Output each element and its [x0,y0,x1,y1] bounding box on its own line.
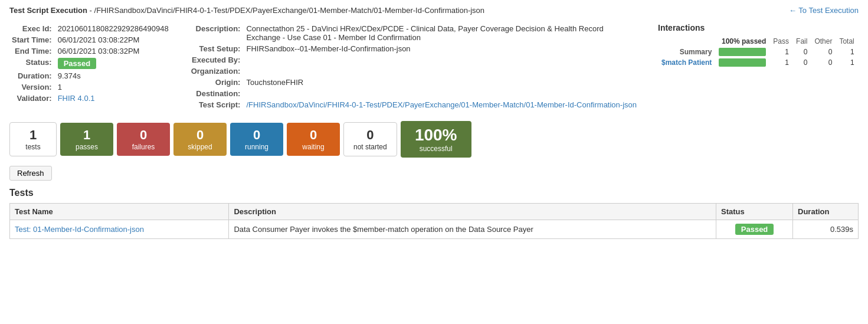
stats-row: 1 tests 1 passes 0 failures 0 skipped 0 … [9,121,859,158]
interactions-row-fail: 0 [792,57,811,68]
validator-link[interactable]: FHIR 4.0.1 [58,94,95,103]
end-time-label: End Time: [9,45,55,57]
progress-bar-inner [719,48,766,56]
executed-by-label: Executed By: [189,54,244,66]
interactions-row-label: Summary [658,47,715,57]
stat-passes-num: 1 [70,127,104,143]
test-script-link[interactable]: /FHIRSandbox/DaVinci/FHIR4-0-1-Test/PDEX… [246,100,637,109]
page-title: Test Script Execution - /FHIRSandbox/DaV… [9,6,484,15]
title-subtitle: - /FHIRSandbox/DaVinci/FHIR4-0-1-Test/PD… [87,6,484,15]
tests-col-duration: Duration [793,204,859,220]
page-header: Test Script Execution - /FHIRSandbox/DaV… [9,6,859,15]
title-main: Test Script Execution [9,6,87,15]
destination-label: Destination: [189,88,244,99]
refresh-button[interactable]: Refresh [9,166,52,181]
tests-section-title: Tests [9,188,859,198]
tests-col-name: Test Name [10,204,229,220]
tests-col-description: Description [229,204,716,220]
col-fail-header: Fail [792,36,811,47]
tests-col-status: Status [716,204,793,220]
test-script-label: Test Script: [189,99,244,110]
test-duration-cell: 0.539s [793,220,859,239]
stat-not-started: 0 not started [343,122,397,156]
col-label-header [658,36,715,47]
stat-tests-label: tests [19,143,47,151]
stat-passes: 1 passes [60,123,113,156]
interactions-row-other: 0 [811,57,836,68]
stat-running: 0 running [230,123,283,156]
col-passed-header: 100% passed [715,36,769,47]
organization-label: Organization: [189,66,244,77]
stat-waiting-label: waiting [296,143,330,151]
interactions-row-other: 0 [811,47,836,57]
info-section: Exec Id: 20210601180822929286490948 Star… [9,23,859,110]
duration-label: Duration: [9,70,55,81]
exec-id-label: Exec Id: [9,23,55,34]
stat-skipped-label: skipped [183,143,217,151]
start-time-label: Start Time: [9,34,55,45]
progress-bar-inner [719,58,766,67]
stat-passes-label: passes [70,143,104,151]
stat-not-started-num: 0 [353,127,387,143]
stat-running-num: 0 [240,127,274,143]
interactions-row-pass: 1 [769,47,792,57]
duration-value: 9.374s [55,70,171,81]
destination-value [244,88,640,99]
stat-successful-num: 100% [410,126,462,145]
interactions-row-label[interactable]: $match Patient [658,57,715,68]
test-description-cell: Data Consumer Payer invokes the $member-… [229,220,716,239]
interactions-row-total: 1 [836,57,857,68]
test-script-value: /FHIRSandbox/DaVinci/FHIR4-0-1-Test/PDEX… [244,99,640,110]
exec-info: Exec Id: 20210601180822929286490948 Star… [9,23,171,110]
description-value: Connectathon 25 - DaVinci HRex/CDex/PCDE… [244,23,640,43]
exec-id-value: 20210601180822929286490948 [55,23,171,34]
stat-failures: 0 failures [117,123,170,156]
status-badge: Passed [58,58,97,69]
test-setup-label: Test Setup: [189,43,244,54]
validator-value: FHIR 4.0.1 [55,93,171,104]
interactions-title: Interactions [658,23,859,32]
end-time-value: 06/01/2021 03:08:32PM [55,45,171,57]
interactions-row: $match Patient1001 [658,57,858,68]
version-label: Version: [9,81,55,93]
interactions-row: Summary1001 [658,47,858,57]
test-name-link[interactable]: Test: 01-Member-Id-Confirmation-json [15,225,144,234]
start-time-value: 06/01/2021 03:08:22PM [55,34,171,45]
test-name-cell: Test: 01-Member-Id-Confirmation-json [10,220,229,239]
interactions-row-pass: 1 [769,57,792,68]
interactions-row-progress [715,57,769,68]
test-status-cell: Passed [716,220,793,239]
progress-bar-outer [719,48,766,56]
interactions-row-fail: 0 [792,47,811,57]
col-other-header: Other [811,36,836,47]
stat-skipped: 0 skipped [173,123,227,156]
executed-by-value [244,54,640,66]
col-total-header: Total [836,36,857,47]
stat-running-label: running [240,143,274,151]
origin-label: Origin: [189,77,244,88]
stat-waiting-num: 0 [296,127,330,143]
interactions-row-total: 1 [836,47,857,57]
description-label: Description: [189,23,244,43]
stat-not-started-label: not started [353,143,387,151]
stat-failures-num: 0 [126,127,161,143]
test-info: Description: Connectathon 25 - DaVinci H… [189,23,640,110]
stat-skipped-num: 0 [183,127,217,143]
interactions-row-link[interactable]: $match Patient [661,58,712,67]
stat-tests-num: 1 [19,127,47,143]
test-status-badge: Passed [735,224,774,235]
table-row: Test: 01-Member-Id-Confirmation-jsonData… [10,220,859,239]
col-pass-header: Pass [769,36,792,47]
validator-label: Validator: [9,93,55,104]
progress-bar-outer [719,58,766,67]
tests-table: Test Name Description Status Duration Te… [9,203,859,239]
interactions-row-progress [715,47,769,57]
stat-tests: 1 tests [9,122,57,156]
origin-value: TouchstoneFHIR [244,77,640,88]
back-link[interactable]: To Test Execution [789,6,859,15]
interactions-panel: Interactions 100% passed Pass Fail Other… [658,23,859,110]
stat-waiting: 0 waiting [287,123,340,156]
stat-failures-label: failures [126,143,161,151]
stat-successful-label: successful [410,145,462,153]
organization-value [244,66,640,77]
